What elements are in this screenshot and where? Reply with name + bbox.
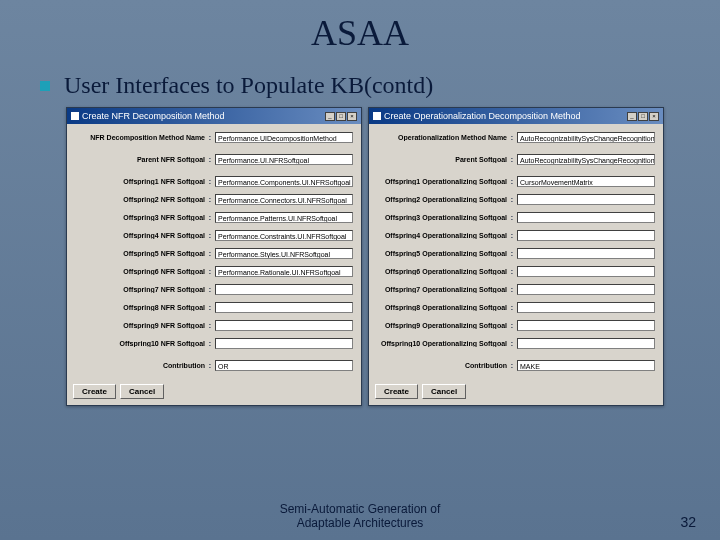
form-label: Offspring6 Operationalizing Softgoal [377,268,507,275]
form-label: Offspring7 NFR Softgoal [75,286,205,293]
form-row: Offspring5 NFR Softgoal:Performance.Styl… [75,246,353,260]
form-input[interactable]: OR [215,360,353,371]
minimize-icon[interactable]: _ [325,112,335,121]
colon: : [507,304,517,311]
form-row: Parent NFR Softgoal:Performance.UI.NFRSo… [75,152,353,166]
page-number: 32 [680,514,696,530]
cancel-button[interactable]: Cancel [120,384,164,399]
titlebar-text: Create NFR Decomposition Method [82,111,225,121]
colon: : [205,286,215,293]
form-input[interactable]: Performance.Components.UI.NFRSoftgoal [215,176,353,187]
form-input[interactable]: Performance.Rationale.UI.NFRSoftgoal [215,266,353,277]
form-row: Offspring9 Operationalizing Softgoal: [377,318,655,332]
colon: : [507,178,517,185]
form-input[interactable]: Performance.Connectors.UI.NFRSoftgoal [215,194,353,205]
close-icon[interactable]: × [347,112,357,121]
colon: : [205,156,215,163]
bullet-row: User Interfaces to Populate KB(contd) [40,72,720,99]
form-input[interactable]: CursorMovementMatrix [517,176,655,187]
form-input[interactable] [517,230,655,241]
form-input[interactable] [215,320,353,331]
form-label: Contribution [75,362,205,369]
form-label: Offspring9 Operationalizing Softgoal [377,322,507,329]
form-row: Contribution:MAKE [377,358,655,372]
create-button[interactable]: Create [73,384,116,399]
form-input[interactable]: Performance.UI.NFRSoftgoal [215,154,353,165]
form-label: Offspring4 NFR Softgoal [75,232,205,239]
footer-line2: Adaptable Architectures [297,516,424,530]
form-input[interactable] [215,338,353,349]
colon: : [507,250,517,257]
form-row: Offspring3 NFR Softgoal:Performance.Patt… [75,210,353,224]
form-input[interactable] [517,320,655,331]
titlebar-text: Create Operationalization Decomposition … [384,111,581,121]
colon: : [205,232,215,239]
form-label: Offspring2 Operationalizing Softgoal [377,196,507,203]
form-label: Offspring6 NFR Softgoal [75,268,205,275]
colon: : [507,322,517,329]
window-icon [71,112,79,120]
colon: : [507,196,517,203]
maximize-icon[interactable]: □ [336,112,346,121]
form-input[interactable]: Performance.Patterns.UI.NFRSoftgoal [215,212,353,223]
form-row: Offspring4 NFR Softgoal:Performance.Cons… [75,228,353,242]
form-input[interactable] [517,302,655,313]
minimize-icon[interactable]: _ [627,112,637,121]
form-input[interactable]: AutoRecognizabilitySysChangeRecognitionR… [517,132,655,143]
colon: : [205,362,215,369]
form-input[interactable]: Performance.Styles.UI.NFRSoftgoal [215,248,353,259]
form-row: NFR Decomposition Method Name:Performanc… [75,130,353,144]
maximize-icon[interactable]: □ [638,112,648,121]
form-row: Contribution:OR [75,358,353,372]
colon: : [205,340,215,347]
cancel-button[interactable]: Cancel [422,384,466,399]
form-row: Offspring5 Operationalizing Softgoal: [377,246,655,260]
form-label: Offspring5 Operationalizing Softgoal [377,250,507,257]
button-row: Create Cancel [369,380,663,405]
form-label: Parent NFR Softgoal [75,156,205,163]
form-input[interactable] [517,338,655,349]
form-label: Contribution [377,362,507,369]
form-row: Offspring1 Operationalizing Softgoal:Cur… [377,174,655,188]
form-input[interactable] [517,212,655,223]
colon: : [205,304,215,311]
form-row: Parent Softgoal:AutoRecognizabilitySysCh… [377,152,655,166]
form-label: Offspring10 Operationalizing Softgoal [377,340,507,347]
bullet-text: User Interfaces to Populate KB(contd) [64,72,433,99]
colon: : [205,250,215,257]
bullet-square-icon [40,81,50,91]
form-label: Offspring5 NFR Softgoal [75,250,205,257]
form-input[interactable] [215,302,353,313]
form-label: Offspring8 Operationalizing Softgoal [377,304,507,311]
colon: : [205,196,215,203]
close-icon[interactable]: × [649,112,659,121]
form-label: Offspring4 Operationalizing Softgoal [377,232,507,239]
colon: : [205,214,215,221]
colon: : [507,340,517,347]
colon: : [507,156,517,163]
form-row: Offspring7 Operationalizing Softgoal: [377,282,655,296]
colon: : [507,362,517,369]
form-label: NFR Decomposition Method Name [75,134,205,141]
form-input[interactable]: MAKE [517,360,655,371]
dialogs-container: Create NFR Decomposition Method _ □ × NF… [0,107,720,406]
form-label: Offspring7 Operationalizing Softgoal [377,286,507,293]
form-input[interactable]: Performance.UIDecompositionMethod [215,132,353,143]
form-label: Operationalization Method Name [377,134,507,141]
form-row: Offspring10 Operationalizing Softgoal: [377,336,655,350]
create-button[interactable]: Create [375,384,418,399]
form-row: Offspring8 NFR Softgoal: [75,300,353,314]
form-input[interactable] [517,194,655,205]
form-input[interactable]: AutoRecognizabilitySysChangeRecognitionR… [517,154,655,165]
colon: : [507,214,517,221]
form-input[interactable] [517,266,655,277]
form-input[interactable] [517,284,655,295]
form-input[interactable] [215,284,353,295]
titlebar: Create NFR Decomposition Method _ □ × [67,108,361,124]
titlebar: Create Operationalization Decomposition … [369,108,663,124]
form-input[interactable] [517,248,655,259]
colon: : [507,286,517,293]
form-input[interactable]: Performance.Constraints.UI.NFRSoftgoal [215,230,353,241]
form-row: Offspring2 NFR Softgoal:Performance.Conn… [75,192,353,206]
form-body: Operationalization Method Name:AutoRecog… [369,124,663,380]
